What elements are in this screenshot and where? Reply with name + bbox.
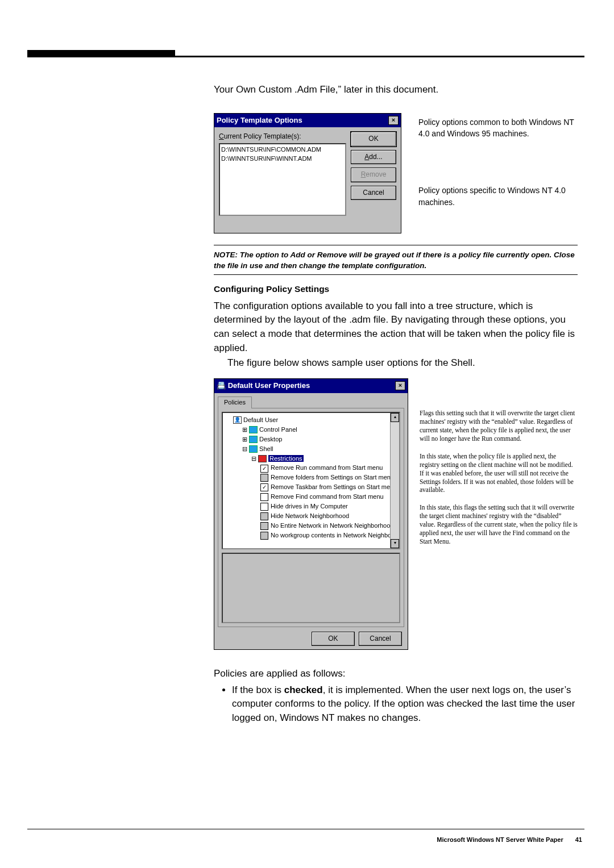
annotation-disabled: In this state, this flags the setting su… [420, 503, 578, 546]
underline-a: A [364, 153, 369, 161]
tree-label: Desktop [259, 436, 282, 443]
note-rule-bottom [214, 274, 578, 276]
dialog2-title: 📇 Default User Properties [217, 381, 310, 391]
paragraph-applied: Policies are applied as follows: [214, 667, 578, 681]
policy-option[interactable]: ✓Remove Run command from Start menu [260, 464, 398, 473]
tree-node-restrictions[interactable]: ⊟ Restrictions ✓Remove Run command from … [251, 454, 398, 540]
bullet-list: If the box is checked, it is implemented… [214, 683, 578, 725]
tree-node-desktop[interactable]: ⊞ Desktop [242, 435, 398, 444]
note-block: NOTE: The option to Add or Remove will b… [214, 250, 578, 270]
templates-listbox[interactable]: D:\WINNTSUR\INF\COMMON.ADM D:\WINNTSUR\I… [219, 143, 346, 216]
footer-rule [27, 829, 584, 830]
dialog-policy-template-options: Policy Template Options × Current Policy… [214, 113, 401, 233]
settings-detail-pane [222, 553, 400, 623]
page-number: 41 [575, 836, 582, 843]
dialog1-titlebar: Policy Template Options × [214, 114, 401, 128]
policy-option[interactable]: No Entire Network in Network Neighborhoo… [260, 521, 398, 531]
annotation-common: Policy options common to both Windows NT… [418, 116, 578, 140]
note-rule-top [214, 245, 578, 246]
current-templates-label: Current Policy Template(s): [219, 132, 346, 141]
bullet-text: If the box is [232, 685, 284, 695]
label-rest: urrent Policy Template(s): [224, 132, 301, 140]
dialog-default-user-properties: 📇 Default User Properties × Policies ▴ ▾ [214, 378, 408, 650]
ok-button[interactable]: OK [351, 132, 396, 146]
checkbox-gray-icon[interactable] [260, 512, 268, 520]
tab-policies[interactable]: Policies [218, 397, 252, 408]
page: Your Own Custom .Adm File,” later in thi… [0, 0, 614, 868]
option-label: Remove folders from Settings on Start me… [271, 474, 394, 481]
policy-tree[interactable]: ▴ ▾ 👤Default User ⊞ Control Panel ⊞ Desk… [222, 412, 400, 549]
paragraph-top: Your Own Custom .Adm File,” later in thi… [214, 83, 578, 97]
option-label: Remove Run command from Start menu [271, 464, 383, 471]
option-label: No workgroup contents in Network Neighbo… [271, 532, 400, 539]
checkbox-unchecked-icon[interactable] [260, 503, 268, 511]
close-icon[interactable]: × [388, 116, 399, 125]
option-label: Remove Find command from Start menu [271, 493, 384, 500]
cancel-button[interactable]: Cancel [359, 632, 402, 646]
underline-r: R [361, 170, 366, 178]
checkbox-gray-icon[interactable] [260, 474, 268, 482]
cancel-button[interactable]: Cancel [351, 186, 396, 200]
scroll-up-icon[interactable]: ▴ [391, 413, 399, 422]
close-icon[interactable]: × [395, 381, 405, 390]
tree-label: Control Panel [259, 426, 297, 433]
footer-title: Microsoft Windows NT Server White Paper [437, 836, 563, 843]
policy-option[interactable]: Hide drives in My Computer [260, 502, 398, 511]
figure-default-user-properties: 📇 Default User Properties × Policies ▴ ▾ [214, 378, 578, 650]
add-button[interactable]: Add... [351, 150, 396, 164]
book-icon [249, 426, 258, 433]
header-accent-bar [27, 50, 175, 56]
bullet-checked: If the box is checked, it is implemented… [232, 683, 578, 725]
option-label: Remove Taskbar from Settings on Start me… [271, 483, 397, 490]
tree-node-shell[interactable]: ⊟ Shell ⊟ Restrictions ✓Remove Run comma… [242, 445, 398, 540]
policy-option[interactable]: Remove folders from Settings on Start me… [260, 473, 398, 482]
annotation-unchanged: In this state, when the policy file is a… [420, 452, 578, 495]
policy-option[interactable]: No workgroup contents in Network Neighbo… [260, 531, 398, 540]
dialog1-body: Current Policy Template(s): D:\WINNTSUR\… [214, 127, 401, 232]
checkbox-gray-icon[interactable] [260, 522, 268, 530]
list-item[interactable]: D:\WINNTSUR\INF\WINNT.ADM [221, 155, 344, 164]
tree-label-selected: Restrictions [268, 455, 303, 462]
dialog1-title: Policy Template Options [217, 115, 302, 126]
dialog1-buttons: OK Add... Remove Cancel [351, 132, 396, 215]
open-book-icon [258, 455, 267, 462]
user-icon: 👤 [233, 416, 242, 424]
footer: Microsoft Windows NT Server White Paper … [437, 836, 582, 843]
remove-button[interactable]: Remove [351, 168, 396, 182]
tree-node-control-panel[interactable]: ⊞ Control Panel [242, 425, 398, 435]
checkbox-gray-icon[interactable] [260, 532, 268, 540]
policy-option[interactable]: ✓Remove Taskbar from Settings on Start m… [260, 483, 398, 492]
checkbox-checked-icon[interactable]: ✓ [260, 483, 268, 491]
policy-option[interactable]: Hide Network Neighborhood [260, 512, 398, 521]
annotation-nt-specific: Policy options specific to Windows NT 4.… [418, 185, 578, 208]
option-label: Hide drives in My Computer [271, 503, 348, 510]
figure2-annotations: Flags this setting such that it will ove… [420, 378, 578, 555]
dialog2-button-row: OK Cancel [218, 632, 404, 646]
dialog1-left: Current Policy Template(s): D:\WINNTSUR\… [219, 132, 346, 215]
dialog2-titlebar: 📇 Default User Properties × [214, 379, 408, 393]
book-icon [249, 445, 258, 453]
scrollbar[interactable]: ▴ ▾ [390, 413, 399, 548]
scroll-down-icon[interactable]: ▾ [391, 539, 399, 548]
paragraph-config: The configuration options available to y… [214, 299, 578, 356]
checkbox-unchecked-icon[interactable] [260, 493, 268, 501]
policy-option[interactable]: Remove Find command from Start menu [260, 493, 398, 502]
list-item[interactable]: D:\WINNTSUR\INF\COMMON.ADM [221, 145, 344, 155]
book-icon [249, 436, 258, 443]
figure-policy-template-options: Policy Template Options × Current Policy… [214, 113, 578, 233]
bullet-bold: checked [284, 685, 323, 695]
annotation-enabled: Flags this setting such that it will ove… [420, 409, 578, 443]
dialog2-title-text: Default User Properties [228, 381, 310, 390]
dialog2-body: Policies ▴ ▾ 👤Default User [214, 393, 408, 649]
tree-label: Default User [243, 416, 278, 423]
figure1-annotations: Policy options common to both Windows NT… [418, 113, 578, 208]
underline-c: C [219, 132, 224, 140]
paragraph-figure-intro: The figure below shows sample user optio… [214, 356, 578, 370]
tree-node-default-user[interactable]: 👤Default User ⊞ Control Panel ⊞ Desktop … [233, 416, 398, 540]
tree-label: Shell [259, 445, 273, 452]
checkbox-checked-icon[interactable]: ✓ [260, 465, 268, 473]
section-heading-configuring: Configuring Policy Settings [214, 283, 578, 295]
header-rule [27, 56, 584, 57]
ok-button[interactable]: OK [312, 632, 355, 646]
tab-panel: ▴ ▾ 👤Default User ⊞ Control Panel ⊞ Desk… [218, 408, 404, 627]
